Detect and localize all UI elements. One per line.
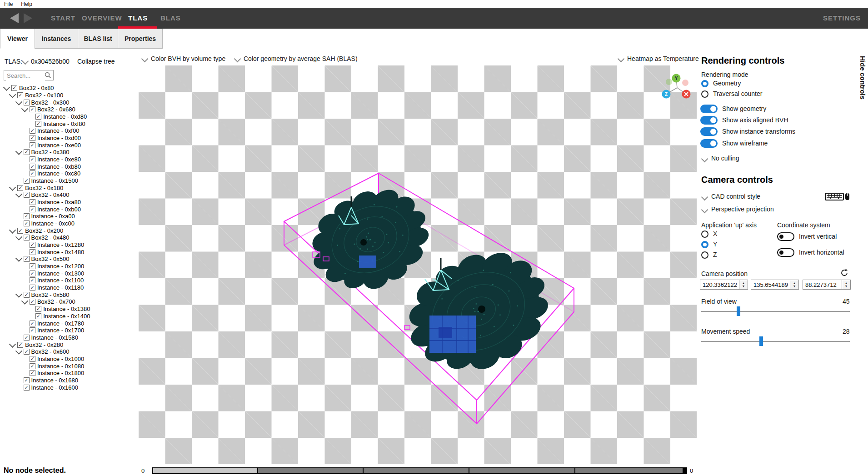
nav-item-blas[interactable]: BLAS [160, 14, 181, 22]
tree-node-box-0x580[interactable]: ✓Box32 - 0x580 [0, 291, 137, 298]
visibility-checkbox[interactable]: ✓ [35, 114, 41, 120]
fov-slider-handle[interactable] [737, 306, 740, 316]
tree-node-instance-0x1600[interactable]: ✓Instance - 0x1600 [0, 384, 137, 391]
visibility-checkbox[interactable]: ✓ [30, 128, 35, 134]
tree-node-instance-0xc00[interactable]: ✓Instance - 0xc00 [0, 220, 137, 227]
tree-node-box-0x280[interactable]: ✓Box32 - 0x280 [0, 341, 137, 348]
tree-node-box-0x480[interactable]: ✓Box32 - 0x480 [0, 234, 137, 241]
culling-dropdown-chevron-icon[interactable] [701, 155, 708, 163]
expand-chevron-icon[interactable] [9, 91, 16, 98]
traversal-segment[interactable] [153, 468, 257, 473]
tree-node-instance-0x1680[interactable]: ✓Instance - 0x1680 [0, 377, 137, 384]
visibility-checkbox[interactable]: ✓ [30, 249, 35, 255]
search-input[interactable] [6, 71, 45, 80]
back-arrow-icon[interactable] [10, 13, 19, 23]
visibility-checkbox[interactable]: ✓ [24, 220, 30, 226]
traversal-segment[interactable] [363, 468, 469, 473]
up-axis-x-radio[interactable] [701, 230, 708, 238]
tree-node-instance-0xd00[interactable]: ✓Instance - 0xd00 [0, 135, 137, 142]
camera-y-spinbox[interactable]: 135.6544189 ▲▼ [751, 280, 799, 290]
tab-viewer[interactable]: Viewer [0, 29, 35, 49]
visibility-checkbox[interactable]: ✓ [24, 335, 30, 341]
show-axis-aligned-bvh-toggle[interactable] [700, 116, 718, 125]
projection-chevron-icon[interactable] [701, 206, 708, 214]
tree-node-box-0x400[interactable]: ✓Box32 - 0x400 [0, 191, 137, 199]
hide-controls-button[interactable]: Hide controls [859, 56, 867, 100]
visibility-checkbox[interactable]: ✓ [24, 178, 30, 184]
tree-node-box-0x180[interactable]: ✓Box32 - 0x180 [0, 184, 137, 191]
visibility-checkbox[interactable]: ✓ [24, 377, 30, 383]
visibility-checkbox[interactable]: ✓ [11, 85, 17, 91]
tab-properties[interactable]: Properties [118, 29, 163, 49]
tree-node-instance-0x1000[interactable]: ✓Instance - 0x1000 [0, 356, 137, 363]
visibility-checkbox[interactable]: ✓ [35, 306, 41, 312]
tab-blas-list[interactable]: BLAS list [78, 29, 118, 49]
traversal-counter-radio[interactable] [701, 90, 708, 98]
tree-node-box-0x80[interactable]: ✓Box32 - 0x80 [0, 85, 137, 92]
tree-node-instance-0x1800[interactable]: ✓Instance - 0x1800 [0, 370, 137, 377]
expand-chevron-icon[interactable] [15, 291, 22, 298]
visibility-checkbox[interactable]: ✓ [30, 156, 35, 162]
tree-node-box-0x700[interactable]: ✓Box32 - 0x700 [0, 298, 137, 306]
control-style-dropdown[interactable]: CAD control style [711, 193, 760, 200]
tree-node-instance-0x1580[interactable]: ✓Instance - 0x1580 [0, 334, 137, 341]
traversal-segment[interactable] [574, 468, 683, 473]
expand-chevron-icon[interactable] [15, 191, 22, 198]
menu-file[interactable]: File [0, 1, 17, 7]
expand-chevron-icon[interactable] [9, 184, 16, 191]
tree-node-instance-0x1700[interactable]: ✓Instance - 0x1700 [0, 327, 137, 334]
show-instance-transforms-toggle[interactable] [700, 127, 718, 136]
nav-item-tlas[interactable]: TLAS [128, 14, 148, 22]
tree-node-instance-0x1280[interactable]: ✓Instance - 0x1280 [0, 241, 137, 249]
visibility-checkbox[interactable]: ✓ [30, 285, 35, 291]
visibility-checkbox[interactable]: ✓ [24, 349, 30, 355]
visibility-checkbox[interactable]: ✓ [17, 185, 23, 191]
invert-vertical-toggle[interactable] [777, 232, 794, 241]
invert-horizontal-toggle[interactable] [777, 248, 794, 257]
heatmap-dropdown[interactable]: Heatmap as Temperature [619, 55, 699, 62]
tree-node-instance-0x1300[interactable]: ✓Instance - 0x1300 [0, 270, 137, 277]
tree-node-instance-0xd80[interactable]: ✓Instance - 0xd80 [0, 113, 137, 120]
traversal-segment[interactable] [469, 468, 574, 473]
expand-chevron-icon[interactable] [15, 234, 22, 241]
tree-node-instance-0x1080[interactable]: ✓Instance - 0x1080 [0, 362, 137, 370]
tree-node-box-0x680[interactable]: ✓Box32 - 0x680 [0, 106, 137, 113]
control-style-chevron-icon[interactable] [701, 194, 708, 201]
spinner-arrows-icon[interactable]: ▲▼ [790, 280, 798, 289]
tree-node-instance-0xf80[interactable]: ✓Instance - 0xf80 [0, 120, 137, 127]
up-axis-z-radio[interactable] [701, 251, 708, 259]
tree-node-box-0x300[interactable]: ✓Box32 - 0x300 [0, 99, 137, 106]
expand-chevron-icon[interactable] [9, 341, 16, 348]
visibility-checkbox[interactable]: ✓ [30, 277, 35, 283]
tree-node-instance-0x1100[interactable]: ✓Instance - 0x1100 [0, 277, 137, 284]
tree-node-instance-0x1180[interactable]: ✓Instance - 0x1180 [0, 284, 137, 291]
axis-gizmo[interactable]: Y Z [662, 74, 691, 99]
show-wireframe-toggle[interactable] [700, 139, 718, 148]
visibility-checkbox[interactable]: ✓ [24, 192, 30, 198]
visibility-checkbox[interactable]: ✓ [24, 213, 30, 219]
visibility-checkbox[interactable]: ✓ [30, 164, 35, 170]
tree-node-instance-0x1500[interactable]: ✓Instance - 0x1500 [0, 177, 137, 185]
nav-item-settings[interactable]: SETTINGS [823, 14, 861, 22]
visibility-checkbox[interactable]: ✓ [30, 363, 35, 369]
visibility-checkbox[interactable]: ✓ [30, 356, 35, 362]
visibility-checkbox[interactable]: ✓ [30, 263, 35, 269]
forward-arrow-icon[interactable] [24, 13, 32, 23]
tree-node-instance-0xe00[interactable]: ✓Instance - 0xe00 [0, 141, 137, 149]
expand-chevron-icon[interactable] [3, 84, 10, 91]
tlas-dropdown-chevron-icon[interactable] [22, 58, 29, 65]
tree-node-instance-0xf00[interactable]: ✓Instance - 0xf00 [0, 127, 137, 135]
expand-chevron-icon[interactable] [15, 148, 22, 155]
tree-node-box-0x200[interactable]: ✓Box32 - 0x200 [0, 227, 137, 234]
color-geometry-dropdown[interactable]: Color geometry by average SAH (BLAS) [235, 55, 358, 62]
show-geometry-toggle[interactable] [700, 105, 718, 113]
visibility-checkbox[interactable]: ✓ [30, 170, 35, 176]
collapse-tree-button[interactable]: Collapse tree [77, 58, 115, 65]
speed-slider-track[interactable] [701, 341, 850, 342]
camera-x-spinbox[interactable]: 120.3362122 ▲▼ [700, 280, 748, 290]
visibility-checkbox[interactable]: ✓ [30, 199, 35, 205]
expand-chevron-icon[interactable] [21, 298, 29, 305]
visibility-checkbox[interactable]: ✓ [30, 135, 35, 141]
reset-camera-icon[interactable] [840, 268, 849, 277]
tree-node-box-0x380[interactable]: ✓Box32 - 0x380 [0, 149, 137, 156]
